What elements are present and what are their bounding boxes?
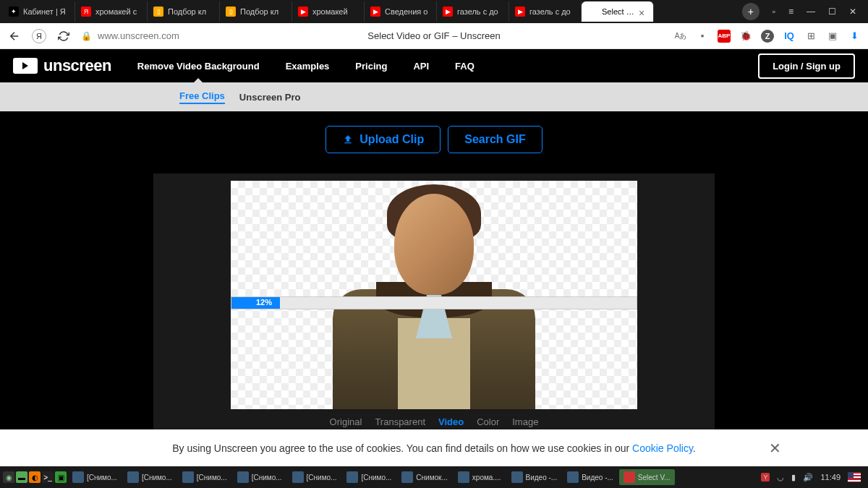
taskbar-item[interactable]: [Снимо...: [68, 469, 122, 485]
z-extension-icon[interactable]: Z: [761, 30, 774, 43]
browser-tab[interactable]: ✦Кабинет | Я: [3, 1, 75, 22]
tab-close-icon[interactable]: ×: [639, 7, 647, 16]
background-tabs: OriginalTransparentVideoColorImage: [161, 409, 707, 427]
reload-button[interactable]: [56, 29, 71, 43]
toolbar-icon[interactable]: ▫: [773, 7, 775, 17]
taskbar-item-icon: [237, 471, 249, 483]
back-button[interactable]: [7, 29, 22, 43]
taskbar-item[interactable]: Снимок...: [397, 469, 451, 485]
url-text: www.unscreen.com: [98, 30, 179, 41]
maximize-button[interactable]: ☐: [828, 7, 836, 17]
browser-tab[interactable]: ▶газель с до: [509, 1, 582, 22]
bg-tab[interactable]: Video: [438, 416, 464, 427]
browser-tab[interactable]: Select Vid×: [582, 1, 654, 22]
new-tab-button[interactable]: +: [742, 3, 760, 20]
lock-icon: 🔒: [81, 31, 92, 41]
browser-tab[interactable]: Яхромакей с: [75, 1, 148, 22]
nav-link[interactable]: FAQ: [455, 61, 475, 72]
bg-tab[interactable]: Transparent: [375, 416, 425, 427]
site-nav: unscreen Remove Video BackgroundExamples…: [0, 49, 868, 82]
files-icon[interactable]: ▬: [16, 471, 27, 483]
nav-link[interactable]: Pricing: [355, 61, 387, 72]
browser-tab[interactable]: ▶газель с до: [437, 1, 509, 22]
browser-tab[interactable]: ▯Подбор кл: [148, 1, 220, 22]
nav-link[interactable]: Examples: [286, 61, 330, 72]
browser-tab[interactable]: ▶хромакей: [292, 1, 365, 22]
shield-icon[interactable]: ▣: [826, 30, 839, 43]
bg-tab[interactable]: Color: [477, 416, 499, 427]
browser-tab[interactable]: ▶Сведения о: [365, 1, 437, 22]
tray-browser-icon[interactable]: Y: [761, 473, 770, 481]
cookie-policy-link[interactable]: Cookie Policy: [632, 442, 693, 454]
taskbar-item[interactable]: [Снимо...: [178, 469, 231, 485]
tray-volume-icon[interactable]: 🔊: [803, 473, 813, 482]
taskbar-item-label: [Снимо...: [361, 474, 391, 481]
main-content: Upload Clip Search GIF 12% OriginalTrans…: [0, 111, 868, 435]
minimize-button[interactable]: —: [807, 7, 815, 17]
taskbar-item[interactable]: [Снимо...: [233, 469, 286, 485]
tab-title: газель с до: [529, 7, 571, 16]
translate-icon[interactable]: Aあ: [674, 30, 687, 43]
taskbar-item[interactable]: хрома....: [454, 469, 506, 485]
clock[interactable]: 11:49: [820, 473, 841, 481]
tab-favicon: ▶: [370, 7, 380, 17]
search-gif-button[interactable]: Search GIF: [448, 126, 542, 153]
cookie-close-button[interactable]: ✕: [769, 440, 781, 457]
keyboard-layout-flag[interactable]: [848, 472, 861, 482]
taskbar-item-icon: [567, 471, 579, 483]
extensions-icon[interactable]: ⊞: [804, 30, 817, 43]
taskbar-item[interactable]: [Снимо...: [288, 469, 341, 485]
logo-text: unscreen: [43, 56, 111, 75]
taskbar-item-icon: [127, 471, 139, 483]
bg-tab[interactable]: Image: [512, 416, 538, 427]
subnav-free-clips[interactable]: Free Clips: [179, 90, 225, 104]
logo[interactable]: unscreen: [13, 56, 111, 75]
tab-title: Сведения о: [385, 7, 427, 16]
nav-link[interactable]: Remove Video Background: [137, 61, 260, 72]
tab-favicon: [587, 7, 597, 17]
page-title: Select Video or GIF – Unscreen: [367, 30, 500, 41]
menu-icon[interactable]: ≡: [788, 7, 793, 17]
taskbar-item-icon: [346, 471, 358, 483]
taskbar-item[interactable]: [Снимо...: [342, 469, 396, 485]
download-icon[interactable]: ⬇: [848, 30, 861, 43]
close-button[interactable]: ✕: [849, 7, 856, 17]
taskbar-item-label: Видео -...: [526, 474, 558, 481]
sub-nav: Free Clips Unscreen Pro: [0, 82, 868, 111]
tray-wifi-icon[interactable]: ◡: [777, 473, 784, 482]
taskbar-item-label: [Снимо...: [252, 474, 282, 481]
login-button[interactable]: Login / Sign up: [758, 53, 855, 79]
taskbar-item[interactable]: Видео -...: [563, 469, 618, 485]
taskbar-item[interactable]: [Снимо...: [123, 469, 176, 485]
tab-title: Select Vid: [602, 7, 634, 16]
abp-icon[interactable]: ABP: [718, 30, 731, 43]
cookie-text: By using Unscreen you agree to the use o…: [172, 442, 696, 454]
taskbar-item[interactable]: Select V...: [619, 469, 675, 485]
tab-favicon: ✦: [9, 7, 19, 17]
taskbar-item-icon: [511, 471, 523, 483]
extension-icon[interactable]: 🐞: [739, 30, 752, 43]
yandex-icon[interactable]: Я: [32, 29, 46, 43]
upload-clip-button[interactable]: Upload Clip: [326, 126, 441, 153]
browser-tab[interactable]: ▯Подбор кл: [220, 1, 292, 22]
cookie-banner: By using Unscreen you agree to the use o…: [0, 429, 868, 466]
firefox-icon[interactable]: ◐: [29, 471, 41, 483]
taskbar-item[interactable]: Видео -...: [507, 469, 562, 485]
tab-favicon: ▶: [515, 7, 525, 17]
iq-extension-icon[interactable]: IQ: [783, 30, 796, 43]
bg-tab[interactable]: Original: [330, 416, 362, 427]
progress-label: 12%: [256, 298, 272, 307]
bookmark-icon[interactable]: ▪: [696, 30, 709, 43]
window-controls: ▫ ≡ — ☐ ✕: [764, 7, 865, 17]
subnav-pro[interactable]: Unscreen Pro: [239, 92, 301, 103]
start-menu-button[interactable]: ◉: [3, 471, 14, 483]
terminal-icon[interactable]: >_: [42, 471, 54, 483]
upload-label: Upload Clip: [359, 133, 424, 146]
tray-battery-icon[interactable]: ▮: [791, 473, 796, 482]
tab-favicon: ▶: [298, 7, 308, 17]
taskbar-item-icon: [182, 471, 194, 483]
folder-icon[interactable]: ▣: [55, 471, 67, 483]
taskbar-item-icon: [458, 471, 469, 483]
tab-title: Кабинет | Я: [23, 7, 66, 16]
nav-link[interactable]: API: [413, 61, 429, 72]
